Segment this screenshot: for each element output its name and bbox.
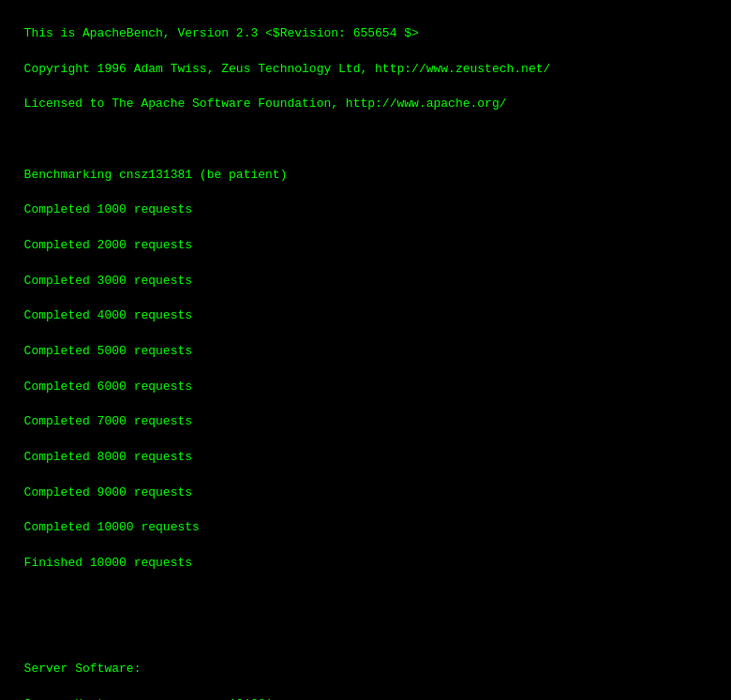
line-c8000: Completed 8000 requests [24, 450, 192, 464]
line-c9000: Completed 9000 requests [24, 485, 192, 499]
line-c1000: Completed 1000 requests [24, 202, 192, 216]
line-benchmarking: Benchmarking cnsz131381 (be patient) [24, 168, 288, 182]
line-license: Licensed to The Apache Software Foundati… [24, 97, 507, 111]
line-c2000: Completed 2000 requests [24, 238, 192, 252]
line-c4000: Completed 4000 requests [24, 308, 192, 322]
line-finished: Finished 10000 requests [24, 556, 192, 570]
line-c7000: Completed 7000 requests [24, 414, 192, 428]
line-c6000: Completed 6000 requests [24, 380, 192, 394]
line-c3000: Completed 3000 requests [24, 274, 192, 288]
terminal-output: This is ApacheBench, Version 2.3 <$Revis… [9, 7, 722, 700]
line-server-software: Server Software: [24, 662, 200, 676]
line-c10000: Completed 10000 requests [24, 520, 200, 534]
line-copyright: Copyright 1996 Adam Twiss, Zeus Technolo… [24, 62, 551, 76]
line-version: This is ApacheBench, Version 2.3 <$Revis… [24, 26, 419, 40]
line-c5000: Completed 5000 requests [24, 344, 192, 358]
